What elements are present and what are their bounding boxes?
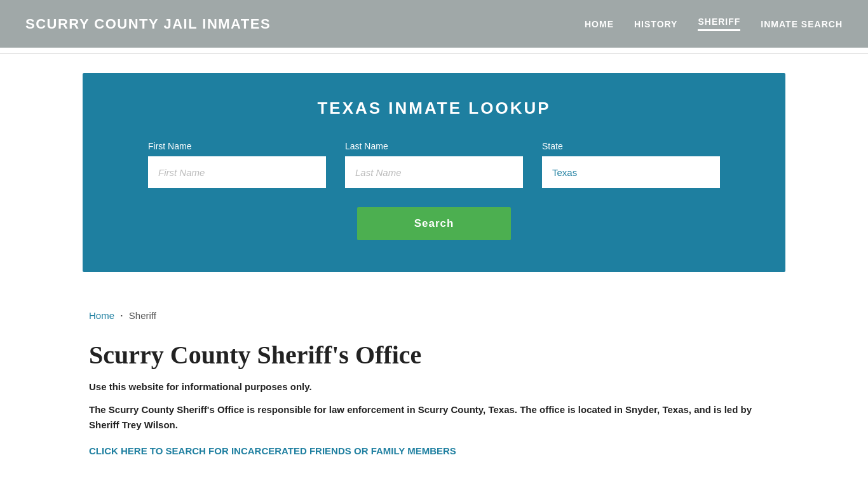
breadcrumb-home-link[interactable]: Home — [89, 310, 114, 321]
main-content: Scurry County Sheriff's Office Use this … — [0, 334, 868, 482]
search-title: TEXAS INMATE LOOKUP — [121, 98, 747, 118]
page-heading: Scurry County Sheriff's Office — [89, 340, 779, 370]
state-label: State — [542, 141, 720, 151]
site-title: SCURRY COUNTY JAIL INMATES — [25, 16, 271, 32]
nav-home[interactable]: HOME — [585, 19, 614, 29]
search-section: TEXAS INMATE LOOKUP First Name Last Name… — [83, 73, 785, 272]
state-group: State — [542, 141, 720, 188]
main-nav: HOME HISTORY SHERIFF INMATE SEARCH — [585, 17, 843, 31]
info-text-2: The Scurry County Sheriff's Office is re… — [89, 402, 779, 433]
breadcrumb: Home • Sheriff — [0, 291, 868, 334]
last-name-label: Last Name — [345, 141, 523, 151]
nav-inmate-search[interactable]: INMATE SEARCH — [761, 19, 843, 29]
breadcrumb-separator: • — [121, 313, 123, 318]
state-input[interactable] — [542, 156, 720, 188]
last-name-input[interactable] — [345, 156, 523, 188]
search-fields-row: First Name Last Name State — [121, 141, 747, 188]
first-name-input[interactable] — [148, 156, 326, 188]
last-name-group: Last Name — [345, 141, 523, 188]
search-button[interactable]: Search — [357, 207, 512, 240]
first-name-label: First Name — [148, 141, 326, 151]
click-here-link[interactable]: CLICK HERE to Search for Incarcerated Fr… — [89, 445, 456, 456]
header-divider — [0, 48, 868, 54]
breadcrumb-current: Sheriff — [129, 310, 156, 321]
nav-history[interactable]: HISTORY — [634, 19, 677, 29]
search-btn-row: Search — [121, 207, 747, 240]
first-name-group: First Name — [148, 141, 326, 188]
site-header: SCURRY COUNTY JAIL INMATES HOME HISTORY … — [0, 0, 868, 48]
info-text-1: Use this website for informational purpo… — [89, 381, 779, 392]
nav-sheriff[interactable]: SHERIFF — [698, 17, 740, 31]
